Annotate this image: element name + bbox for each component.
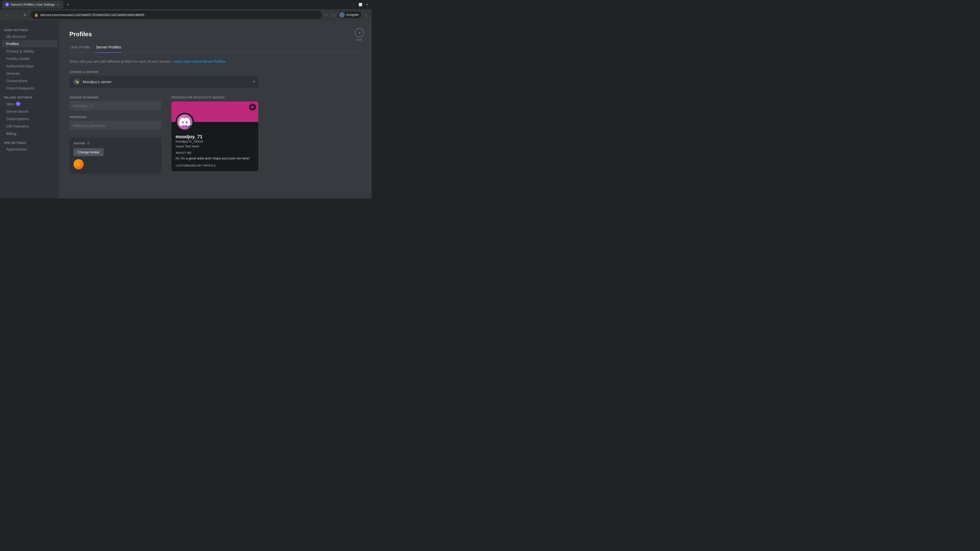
choose-server-label: CHOOSE A SERVER <box>69 70 361 73</box>
avatar-label: AVATAR <box>73 142 85 145</box>
sidebar-item-subscriptions[interactable]: Subscriptions <box>2 115 57 122</box>
new-tab-button[interactable]: + <box>64 1 72 8</box>
star-icon[interactable]: ☆ <box>324 12 329 17</box>
window-controls: ─ ⬜ ✕ <box>351 2 369 7</box>
refresh-button[interactable]: ↻ <box>21 11 29 18</box>
close-button[interactable]: ✕ <box>364 2 369 7</box>
avatar-preview-strip: 🟠 <box>73 159 157 169</box>
avatar-reset-icon[interactable]: ↺ <box>87 141 89 145</box>
minimize-button[interactable]: ─ <box>351 2 356 7</box>
tab-bar: D Discord | Profiles | User Settings ✕ +… <box>0 0 372 9</box>
esc-button[interactable]: ✕ ESC <box>355 28 364 41</box>
page-title: Profiles <box>69 30 361 38</box>
sidebar-item-friend-requests[interactable]: Friend Requests <box>2 84 57 92</box>
avatar-section-header: AVATAR ↺ <box>73 141 157 145</box>
sidebar-item-gift-inventory[interactable]: Gift Inventory <box>2 122 57 130</box>
profile-pill[interactable]: 👤 Incognito <box>338 11 361 18</box>
profile-avatar: 👤 <box>339 12 345 17</box>
pronouns-input[interactable] <box>69 121 161 130</box>
browser-chrome: D Discord | Profiles | User Settings ✕ +… <box>0 0 372 21</box>
avatar-section: AVATAR ↺ Change Avatar 🟠 <box>69 137 161 173</box>
maximize-button[interactable]: ⬜ <box>358 2 363 7</box>
server-nickname-label: SERVER NICKNAME <box>69 96 161 99</box>
pronouns-label: PRONOUNS <box>69 116 161 119</box>
sidebar-item-billing[interactable]: Billing <box>2 130 57 137</box>
sidebar-item-nitro[interactable]: Nitro <box>2 100 57 108</box>
profile-handle: moodjoy71_03619 <box>176 140 254 143</box>
tab-close-button[interactable]: ✕ <box>56 3 60 6</box>
dropdown-arrow-icon: ▾ <box>253 79 255 84</box>
extensions-icon[interactable]: ⬛ <box>331 12 336 17</box>
sidebar-item-devices[interactable]: Devices <box>2 70 57 77</box>
esc-label: ESC <box>356 38 363 41</box>
profile-card-avatar <box>176 113 194 131</box>
sidebar: USER SETTINGS My Account Profiles Privac… <box>0 21 59 198</box>
nitro-badge <box>16 102 21 106</box>
sidebar-item-my-account[interactable]: My Account <box>2 33 57 40</box>
description-text: Show who you are with different profiles… <box>69 59 361 64</box>
two-col-layout: SERVER NICKNAME PRONOUNS AVATAR ↺ Change… <box>69 96 361 173</box>
back-button[interactable]: ← <box>3 11 10 18</box>
avatar-edit-icon[interactable]: ✏ <box>249 103 256 111</box>
tab-user-profile[interactable]: User Profile <box>69 43 90 53</box>
omnibox[interactable]: 🔒 discord.com/channels/11823468517819843… <box>30 11 322 19</box>
server-dropdown[interactable]: 🎭 Moodjoy's server ▾ <box>69 76 258 88</box>
sidebar-item-authorized-apps[interactable]: Authorized Apps <box>2 62 57 70</box>
profile-about-label: ABOUT ME <box>176 151 254 154</box>
forward-button[interactable]: → <box>12 11 19 18</box>
main-content: ✕ ESC Profiles User Profile Server Profi… <box>59 21 372 198</box>
profile-username: moodjoy_71 <box>176 134 254 140</box>
left-column: SERVER NICKNAME PRONOUNS AVATAR ↺ Change… <box>69 96 161 173</box>
profile-about-text: Hi, I'm a good artist and I hope you'd j… <box>176 156 254 161</box>
billing-settings-label: BILLING SETTINGS <box>0 92 59 100</box>
preview-label: PREVIEW FOR MOODJOY'S SERVER <box>172 96 269 99</box>
sidebar-item-server-boost[interactable]: Server Boost <box>2 108 57 115</box>
app-settings-label: APP SETTINGS <box>0 137 59 145</box>
sidebar-item-connections[interactable]: Connections <box>2 77 57 84</box>
tab-title: Discord | Profiles | User Settings <box>11 3 55 6</box>
tab-server-profiles[interactable]: Server Profiles <box>95 43 121 53</box>
user-settings-label: USER SETTINGS <box>0 24 59 33</box>
change-avatar-button[interactable]: Change Avatar <box>73 148 103 156</box>
profile-insert-text: Insert Text here! <box>176 144 254 148</box>
server-name: Moodjoy's server <box>83 79 250 84</box>
esc-circle-icon: ✕ <box>355 28 364 37</box>
sidebar-item-privacy-safety[interactable]: Privacy & Safety <box>2 48 57 55</box>
more-button[interactable]: ⋮ <box>363 12 369 17</box>
omnibox-row: ← → ↻ 🔒 discord.com/channels/11823468517… <box>0 9 372 21</box>
active-tab[interactable]: D Discord | Profiles | User Settings ✕ <box>2 0 63 9</box>
right-column: PREVIEW FOR MOODJOY'S SERVER ✏ moodjoy_7… <box>172 96 269 171</box>
profile-card-banner: ✏ <box>172 102 258 122</box>
omnibox-icons: ☆ ⬛ 👤 Incognito ⋮ <box>324 11 369 18</box>
profile-card: ✏ moodjoy_71 moodjoy71_03619 Insert Text… <box>172 102 258 171</box>
learn-more-link[interactable]: Learn more about Server Profiles <box>173 59 226 64</box>
tab-favicon: D <box>5 3 9 6</box>
profile-customizing-label: CUSTOMIZING MY PROFILE <box>176 164 254 167</box>
avatar-preview-small: 🟠 <box>73 159 84 169</box>
tabs-row: User Profile Server Profiles <box>69 43 361 53</box>
sidebar-item-family-center[interactable]: Family Center <box>2 55 57 62</box>
sidebar-item-appearance[interactable]: Appearance <box>2 145 57 153</box>
app-container: USER SETTINGS My Account Profiles Privac… <box>0 21 372 198</box>
incognito-label: Incognito <box>346 13 359 17</box>
server-icon: 🎭 <box>73 78 80 85</box>
server-nickname-input[interactable] <box>69 101 161 110</box>
sidebar-item-profiles[interactable]: Profiles <box>2 40 57 48</box>
avatar-status-indicator <box>188 125 193 130</box>
url-bar: discord.com/channels/1182346851781984336… <box>40 13 318 17</box>
nitro-dot <box>17 103 19 105</box>
